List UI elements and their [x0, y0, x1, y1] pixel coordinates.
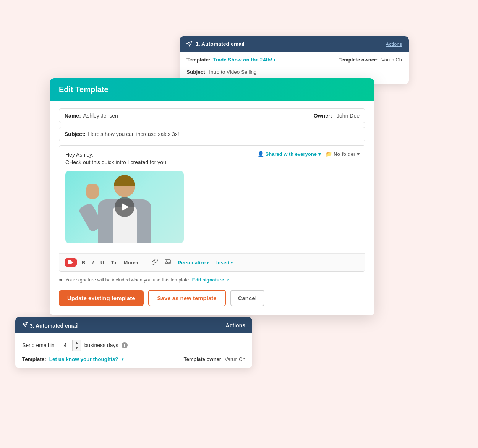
card-actions-link[interactable]: Actions: [386, 41, 402, 47]
bottom-card-actions-link[interactable]: Actions: [226, 322, 245, 328]
insert-button[interactable]: Insert ▾: [214, 259, 235, 267]
svg-rect-0: [68, 260, 71, 264]
bottom-owner-label: Template owner:: [184, 356, 223, 362]
info-icon: i: [122, 342, 128, 348]
action-buttons: Update existing template Save as new tem…: [59, 290, 365, 306]
card-header-top: 1. Automated email Actions: [180, 36, 409, 52]
signature-icon: ✒: [59, 277, 63, 283]
subject-label: Subject:: [186, 69, 207, 75]
save-new-template-button[interactable]: Save as new template: [148, 290, 226, 306]
automated-card-bottom: 3. Automated email Actions Send email in…: [15, 317, 252, 368]
spin-up-button[interactable]: ▲: [73, 340, 81, 345]
send-email-row: Send email in ▲ ▼ business days i: [22, 340, 245, 351]
bottom-owner-value: Varun Ch: [225, 356, 245, 362]
external-link-icon: ↗: [226, 278, 229, 283]
sharing-label: Shared with everyone: [266, 151, 317, 157]
bottom-card-step-label: 3. Automated email: [30, 323, 79, 329]
bottom-template-chevron: ▾: [122, 357, 124, 362]
folder-badge[interactable]: 📁 No folder ▾: [326, 151, 360, 157]
video-icon: [68, 260, 74, 265]
owner-label: Template owner:: [339, 57, 378, 63]
owner-part: Owner: John Doe: [314, 113, 360, 119]
svg-point-3: [166, 260, 167, 262]
edit-signature-link[interactable]: Edit signature: [192, 277, 224, 283]
video-thumbnail[interactable]: [65, 171, 184, 243]
bottom-card-header: 3. Automated email Actions: [15, 317, 252, 333]
owner-value: Varun Ch: [381, 57, 402, 63]
link-icon: [152, 259, 158, 265]
insert-chevron: ▾: [231, 260, 233, 265]
template-label: Template:: [186, 57, 211, 63]
template-chevron: ▾: [274, 58, 275, 62]
send-days-input[interactable]: ▲ ▼: [58, 340, 81, 351]
subject-field-row[interactable]: Subject: Here's how you can increase sal…: [59, 127, 365, 141]
paper-plane-icon: [186, 41, 193, 47]
spin-down-button[interactable]: ▼: [73, 345, 81, 351]
name-label: Name:: [65, 113, 81, 119]
days-field[interactable]: [58, 340, 73, 351]
image-icon: [165, 259, 171, 265]
bottom-card-header-left: 3. Automated email: [22, 322, 79, 329]
svg-marker-1: [71, 261, 73, 264]
editor-area: 👤 Shared with everyone ▾ 📁 No folder ▾ H…: [59, 145, 365, 272]
bottom-template-value[interactable]: Let us know your thoughts?: [49, 356, 118, 362]
name-owner-row: Name: Ashley Jensen Owner: John Doe: [59, 108, 365, 123]
underline-button[interactable]: U: [99, 259, 106, 267]
body-text: CHeck out this quick intro I created for…: [65, 159, 359, 165]
italic-button[interactable]: I: [90, 259, 96, 267]
owner-section: Template owner: Varun Ch: [339, 57, 402, 63]
owner-field-label: Owner:: [314, 113, 332, 119]
modal-header: Edit Template: [50, 78, 374, 101]
modal-title: Edit Template: [59, 85, 109, 94]
more-button[interactable]: More ▾: [122, 259, 140, 267]
card-step-label: 1. Automated email: [196, 41, 245, 47]
card-header-left: 1. Automated email: [186, 41, 245, 47]
card-divider: [186, 66, 402, 66]
link-button[interactable]: [150, 257, 160, 267]
subject-row: Subject: Intro to Video Selling: [186, 69, 402, 75]
bottom-card-body: Send email in ▲ ▼ business days i Templa…: [15, 333, 252, 368]
folder-chevron: ▾: [357, 151, 360, 157]
bottom-paper-plane-icon: [22, 322, 28, 328]
sharing-chevron: ▾: [318, 151, 321, 157]
cancel-button[interactable]: Cancel: [230, 290, 264, 306]
edit-template-modal: Edit Template Name: Ashley Jensen Owner:…: [50, 78, 374, 315]
bottom-owner-section: Template owner: Varun Ch: [184, 356, 245, 362]
owner-field-value: John Doe: [337, 113, 360, 119]
business-days-label: business days: [84, 342, 118, 348]
folder-icon: 📁: [326, 151, 332, 157]
subject-field-label: Subject:: [65, 131, 86, 137]
personalize-button[interactable]: Personalize ▾: [176, 259, 211, 267]
bottom-template-label: Template:: [22, 356, 46, 362]
modal-body: Name: Ashley Jensen Owner: John Doe Subj…: [50, 101, 374, 315]
automated-card-top: 1. Automated email Actions Template: Tra…: [180, 36, 409, 84]
sharing-row: 👤 Shared with everyone ▾ 📁 No folder ▾: [258, 151, 360, 157]
editor-toolbar: B I U Tx More ▾: [59, 253, 365, 271]
more-chevron: ▾: [136, 260, 138, 265]
strikethrough-button[interactable]: Tx: [109, 259, 118, 267]
image-button[interactable]: [163, 257, 173, 267]
subject-value: Intro to Video Selling: [209, 69, 256, 75]
play-triangle-icon: [122, 203, 129, 211]
template-value[interactable]: Trade Show on the 24th!: [213, 57, 272, 63]
play-button[interactable]: [115, 197, 134, 217]
bottom-template-row: Template: Let us know your thoughts? ▾ T…: [22, 356, 245, 362]
subject-field-value: Here's how you can increase sales 3x!: [88, 131, 179, 137]
folder-label: No folder: [334, 151, 355, 157]
send-label: Send email in: [22, 342, 55, 348]
toolbar-separator: [145, 259, 145, 266]
sharing-badge[interactable]: 👤 Shared with everyone ▾: [258, 151, 321, 157]
editor-content[interactable]: 👤 Shared with everyone ▾ 📁 No folder ▾ H…: [59, 146, 365, 253]
signature-text: Your signature will be included when you…: [65, 277, 190, 283]
name-value: Ashley Jensen: [83, 113, 118, 119]
spinners: ▲ ▼: [73, 340, 81, 351]
signature-notice: ✒ Your signature will be included when y…: [59, 277, 365, 283]
bold-button[interactable]: B: [80, 259, 87, 267]
sharing-icon: 👤: [258, 151, 264, 157]
update-template-button[interactable]: Update existing template: [59, 290, 144, 306]
template-row: Template: Trade Show on the 24th! ▾ Temp…: [186, 57, 402, 63]
video-button[interactable]: [65, 258, 77, 267]
personalize-chevron: ▾: [207, 260, 209, 265]
